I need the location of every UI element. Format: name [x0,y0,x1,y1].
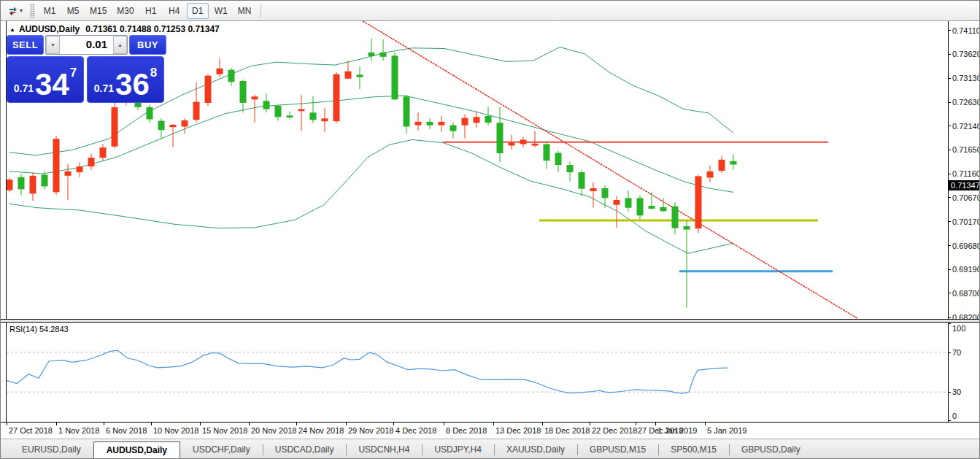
candle-8 [100,144,107,161]
one-click-trading-panel: SELL ▼ 0.01 ▲ BUY 0.71 34 7 0.71 36 8 [7,35,166,104]
tab-usdcnh-h4[interactable]: USDCNH,H4 [346,442,422,458]
candle-33 [392,53,398,100]
date-axis-tick [249,423,250,425]
price-axis-tick [948,317,951,318]
sell-price-pips: 34 [35,70,69,99]
date-axis-label: 18 Dec 2018 [544,426,590,435]
candle-55 [649,192,655,209]
candle-13 [158,118,165,139]
date-axis[interactable]: 27 Oct 20181 Nov 20186 Nov 201810 Nov 20… [1,422,980,439]
tab-usdchf-daily[interactable]: USDCHF,Daily [180,442,263,458]
date-axis-tick [444,423,444,425]
candle-20 [240,80,247,112]
tab-audusd-daily[interactable]: AUDUSD,Daily [93,441,180,459]
tf-button-d1[interactable]: D1 [187,3,209,19]
collapse-triangle-icon[interactable]: ▲ [9,26,15,33]
price-axis-tick [948,197,951,198]
candle-16 [193,82,200,123]
tab-sp500-m15[interactable]: SP500,M15 [658,442,729,458]
price-axis-tick [948,54,951,55]
candle-36 [427,118,433,129]
candle-50 [590,182,597,208]
buy-price-prefix: 0.71 [94,82,114,94]
candle-25 [298,95,305,131]
timeframe-buttons: M1M5M15M30H1H4D1W1MN [38,3,256,19]
candle-53 [625,190,632,212]
price-axis-tick [948,150,951,150]
candle-59 [695,174,702,233]
candle-41 [485,107,492,125]
chart-shift-icon[interactable]: ▾ [4,2,27,20]
price-axis-tick [948,126,951,126]
date-axis-label: 1 Jan 2019 [657,426,697,435]
lot-decrease-button[interactable]: ▼ [46,36,60,54]
candle-45 [532,131,539,148]
candle-7 [88,154,95,170]
candle-24 [287,112,293,120]
candle-23 [275,105,282,121]
price-axis-label: 0.69680 [952,242,980,250]
tab-usdjpy-h4[interactable]: USDJPY,H4 [422,442,493,458]
toolbar-grip[interactable] [30,4,35,18]
tab-xauusd-daily[interactable]: XAUUSD,Daily [494,442,577,458]
candle-57 [672,202,679,234]
tf-button-w1[interactable]: W1 [210,3,232,19]
rsi-axis-label: 100 [952,324,965,333]
sell-price-display[interactable]: 0.71 34 7 [7,56,84,103]
buy-button[interactable]: BUY [129,35,166,55]
current-price-tag: 0.71347 [949,180,980,190]
candle-61 [719,156,725,173]
date-axis-tick [200,423,201,425]
lot-increase-button[interactable]: ▲ [113,36,127,54]
sell-button[interactable]: SELL [7,35,44,55]
date-axis-label: 29 Nov 2018 [348,426,393,435]
tab-eurusd-daily[interactable]: EURUSD,Daily [9,442,93,458]
candle-4 [53,136,60,195]
sell-price-prefix: 0.71 [14,82,34,94]
bollinger-middle-band [9,96,733,192]
date-axis-tick [542,423,543,425]
price-axis[interactable]: 0.741100.736200.731300.726300.721400.716… [948,21,980,319]
price-axis-tick [948,78,951,79]
tab-gbpusd-daily[interactable]: GBPUSD,Daily [729,442,813,458]
date-axis-label: 10 Nov 2018 [153,426,198,435]
candle-62 [730,155,737,170]
candle-60 [707,166,714,182]
tf-button-mn[interactable]: MN [234,3,256,19]
rsi-plot-area[interactable] [6,323,949,422]
lot-size-control: ▼ 0.01 ▲ [45,35,128,55]
shift-arrows-icon [8,6,18,16]
candle-38 [450,123,457,139]
candle-37 [439,116,445,132]
candle-14 [170,124,177,147]
buy-price-display[interactable]: 0.71 36 8 [87,56,164,103]
tf-button-m15[interactable]: M15 [85,3,111,19]
chart-ohlc-values: 0.71361 0.71488 0.71253 0.71347 [85,24,220,34]
descending-trendline[interactable] [358,21,857,318]
rsi-axis-tick [948,420,951,421]
tab-usdcad-daily[interactable]: USDCAD,Daily [263,442,347,458]
date-axis-tick [705,423,706,425]
price-axis-tick [948,293,951,293]
top-toolbar: ▾ M1M5M15M30H1H4D1W1MN [1,1,979,21]
price-axis-label: 0.72140 [952,122,980,131]
rsi-axis-tick [948,392,951,393]
tf-button-h1[interactable]: H1 [140,3,162,19]
dropdown-caret-icon: ▾ [20,7,23,14]
date-axis-label: 24 Nov 2018 [298,426,344,435]
rsi-chart-canvas[interactable] [7,323,948,422]
tab-gbpusd-m15[interactable]: GBPUSD,M15 [577,442,658,458]
tf-button-m30[interactable]: M30 [112,3,138,19]
candle-21 [252,95,258,123]
candle-30 [357,67,363,90]
candle-6 [77,163,83,177]
lot-size-field[interactable]: 0.01 [60,36,113,54]
rsi-panel: RSI(14) 54.2843 10070300 [1,323,980,422]
tf-button-m5[interactable]: M5 [62,3,84,19]
price-axis-label: 0.68700 [952,289,980,298]
date-axis-tick [655,423,656,425]
tf-button-m1[interactable]: M1 [39,3,61,19]
tf-button-h4[interactable]: H4 [163,3,185,19]
candle-40 [474,111,480,128]
price-axis-tick [948,30,951,31]
